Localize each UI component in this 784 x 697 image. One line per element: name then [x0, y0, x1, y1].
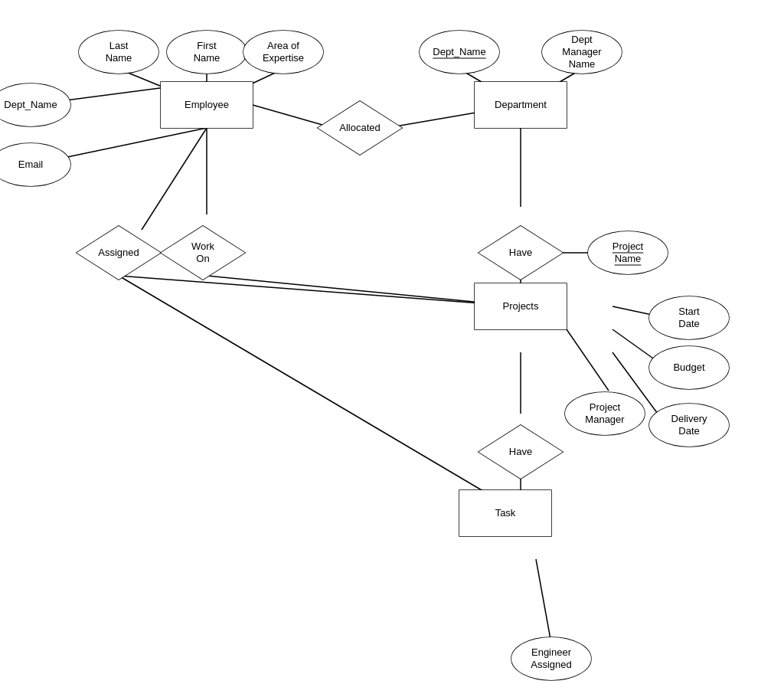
er-diagram-canvas: [0, 0, 784, 697]
